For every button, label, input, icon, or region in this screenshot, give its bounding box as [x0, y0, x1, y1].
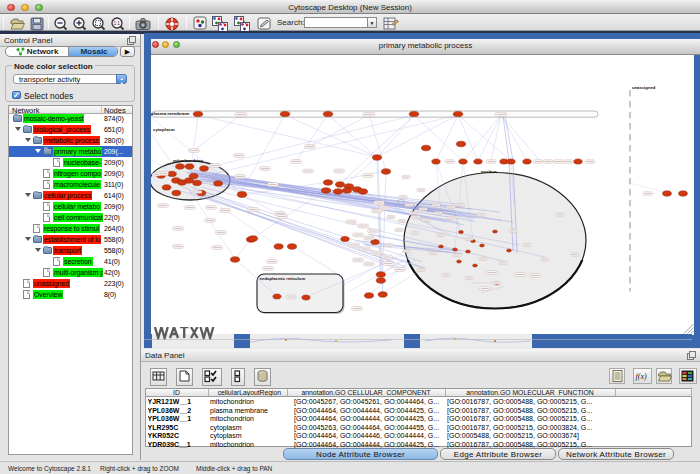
svg-text:endoplasmic reticulum: endoplasmic reticulum	[260, 276, 306, 281]
svg-text:plasma membrane: plasma membrane	[151, 111, 190, 116]
svg-text:f(x): f(x)	[636, 372, 647, 381]
svg-text:unassigned: unassigned	[632, 85, 656, 90]
svg-text:nucleus: nucleus	[481, 169, 498, 174]
svg-text:cytoplasm: cytoplasm	[153, 127, 175, 132]
svg-text:mitochondrion: mitochondrion	[173, 158, 203, 163]
svg-text:1:1: 1:1	[114, 21, 121, 26]
